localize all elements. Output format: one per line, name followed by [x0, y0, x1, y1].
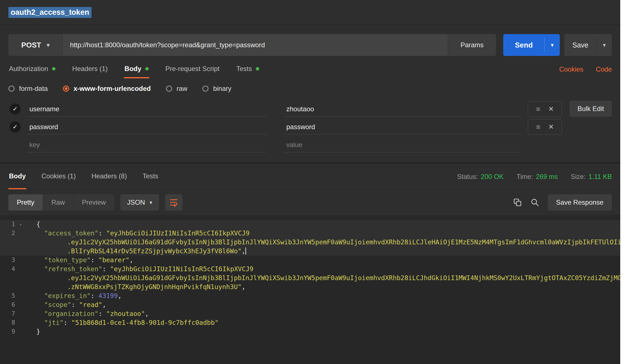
- response-tab-tests[interactable]: Tests: [142, 164, 159, 189]
- code-content: "token_type": "bearer",: [36, 256, 615, 264]
- copy-button[interactable]: [513, 198, 522, 207]
- code-token: :: [99, 310, 106, 317]
- response-meta: Status: 200 OK Time: 269 ms Size: 1.11 K…: [457, 164, 612, 189]
- drag-handle-icon[interactable]: ≡: [536, 123, 540, 131]
- tab-tests[interactable]: Tests: [236, 60, 260, 78]
- close-icon[interactable]: ✕: [548, 123, 554, 131]
- line-number: 8: [0, 318, 24, 327]
- tab-label: Cookies (1): [41, 172, 76, 180]
- tab-label: Tests: [236, 65, 252, 73]
- radio-label: form-data: [19, 85, 48, 93]
- status-badge: Status: 200 OK: [457, 173, 504, 181]
- tab-label: Body: [9, 172, 26, 180]
- method-dropdown[interactable]: POST ▾: [8, 34, 63, 56]
- drag-handle-icon[interactable]: ≡: [536, 105, 540, 114]
- line-number: 3: [0, 256, 24, 264]
- body-type-selector: form-data x-www-form-urlencoded raw bina…: [8, 82, 612, 95]
- radio-binary[interactable]: binary: [202, 85, 231, 93]
- search-button[interactable]: [530, 198, 539, 207]
- code-token: .eyJ1c2VyX25hbWUiOiJ6aG91dGFvbyIsInNjb3B…: [67, 274, 620, 282]
- tab-body[interactable]: Body: [124, 60, 149, 78]
- code-token: "refresh_token": [44, 265, 102, 273]
- status-value: 200 OK: [481, 173, 504, 181]
- tab-authorization[interactable]: Authorization: [8, 60, 56, 78]
- value-input[interactable]: [284, 120, 521, 134]
- code-token: "scope": [44, 301, 71, 308]
- code-line: 6 "scope": "read",: [0, 300, 620, 309]
- code-line: 4 "refresh_token": "eyJhbGciOiJIUzI1NiIs…: [0, 264, 620, 291]
- code-token: "read": [79, 301, 102, 308]
- tab-pre-request-script[interactable]: Pre-request Script: [165, 60, 220, 78]
- code-token: :: [99, 230, 106, 237]
- text-cursor: [245, 247, 246, 255]
- code-token: ,: [242, 283, 245, 290]
- response-tab-body[interactable]: Body: [8, 164, 26, 189]
- code-token: {: [36, 221, 40, 228]
- code-token: .zNtWWG8xxPsjTZKghOjyGNDjnhHqnPvikfqN1uy…: [67, 283, 242, 290]
- code-token: :: [102, 265, 110, 273]
- code-token: .BlIryRbSL414rDv5EfzZSjpjvWybcX3hEJy3fV8…: [67, 247, 242, 255]
- key-input[interactable]: [27, 102, 267, 116]
- params-button[interactable]: Params: [448, 34, 496, 56]
- code-content: }: [36, 327, 615, 336]
- send-button[interactable]: Send ▾: [503, 34, 560, 56]
- code-token: "token_type": [44, 256, 91, 264]
- form-row: ✓ ≡ ✕: [8, 100, 612, 118]
- fold-caret-icon[interactable]: ▾: [20, 220, 22, 229]
- tab-headers[interactable]: Headers (1): [72, 60, 108, 78]
- code-lines: 1▾{2 "access_token": "eyJhbGciOiJIUzI1Ni…: [0, 220, 620, 336]
- response-tab-cookies[interactable]: Cookies (1): [41, 164, 76, 189]
- code-line: 7 "organization": "zhoutaoo",: [0, 309, 620, 318]
- form-data-editor: ✓ ≡ ✕ ✓ ≡ ✕: [8, 100, 612, 154]
- wrap-text-button[interactable]: [165, 194, 182, 211]
- copy-icon: [513, 198, 522, 207]
- radio-x-www-form-urlencoded[interactable]: x-www-form-urlencoded: [63, 85, 151, 93]
- response-tab-headers[interactable]: Headers (8): [91, 164, 128, 189]
- request-tab-title[interactable]: oauth2_access_token: [8, 7, 92, 18]
- code-token: "51b868d1-0ce1-4fb8-901d-9c7bffc0adbb": [71, 319, 219, 326]
- chevron-down-icon: ▾: [149, 200, 152, 205]
- radio-raw[interactable]: raw: [166, 85, 188, 93]
- code-line: 9}: [0, 327, 620, 336]
- cookies-link[interactable]: Cookies: [559, 65, 584, 73]
- code-token: :: [71, 301, 79, 308]
- code-token: "organization": [44, 310, 99, 317]
- code-token: [36, 230, 44, 237]
- code-token: [36, 310, 44, 317]
- url-input[interactable]: [63, 34, 448, 56]
- view-raw-button[interactable]: Raw: [43, 194, 73, 211]
- save-response-button[interactable]: Save Response: [548, 194, 612, 211]
- code-token: 43199: [99, 292, 118, 299]
- time-label: Time:: [516, 173, 533, 181]
- code-token: ,: [145, 310, 149, 317]
- code-token: ,: [102, 301, 106, 308]
- response-toolbar: Pretty Raw Preview JSON ▾: [0, 190, 620, 215]
- view-pretty-button[interactable]: Pretty: [8, 194, 43, 211]
- tab-label: Authorization: [9, 65, 48, 73]
- tab-label: Headers (8): [92, 172, 127, 180]
- save-button[interactable]: Save ▾: [564, 34, 612, 56]
- response-body-viewer[interactable]: 1▾{2 "access_token": "eyJhbGciOiJIUzI1Ni…: [0, 215, 620, 364]
- bulk-edit-button[interactable]: Bulk Edit: [570, 101, 612, 117]
- row-enabled-checkbox[interactable]: ✓: [10, 103, 21, 115]
- key-input[interactable]: [27, 120, 267, 134]
- code-content: "organization": "zhoutaoo",: [36, 309, 615, 318]
- format-dropdown[interactable]: JSON ▾: [120, 194, 159, 211]
- code-token: ,: [242, 247, 245, 255]
- close-icon[interactable]: ✕: [548, 105, 554, 113]
- wrap-text-icon: [169, 198, 178, 207]
- check-icon: ✓: [13, 105, 18, 113]
- value-input[interactable]: [284, 138, 521, 152]
- radio-icon: [63, 86, 69, 92]
- key-input[interactable]: [27, 138, 267, 152]
- row-enabled-checkbox[interactable]: ✓: [10, 121, 21, 133]
- chevron-down-icon[interactable]: ▾: [551, 42, 554, 48]
- radio-form-data[interactable]: form-data: [8, 85, 48, 93]
- view-preview-button[interactable]: Preview: [73, 194, 114, 211]
- chevron-down-icon[interactable]: ▾: [603, 42, 606, 48]
- size-badge: Size: 1.11 KB: [571, 173, 612, 181]
- form-row-empty: [8, 136, 612, 154]
- value-input[interactable]: [284, 102, 521, 116]
- code-token: "eyJhbGciOiJIUzI1NiIsInR5cCI6IkpXVCJ9: [106, 230, 249, 237]
- code-link[interactable]: Code: [596, 65, 612, 73]
